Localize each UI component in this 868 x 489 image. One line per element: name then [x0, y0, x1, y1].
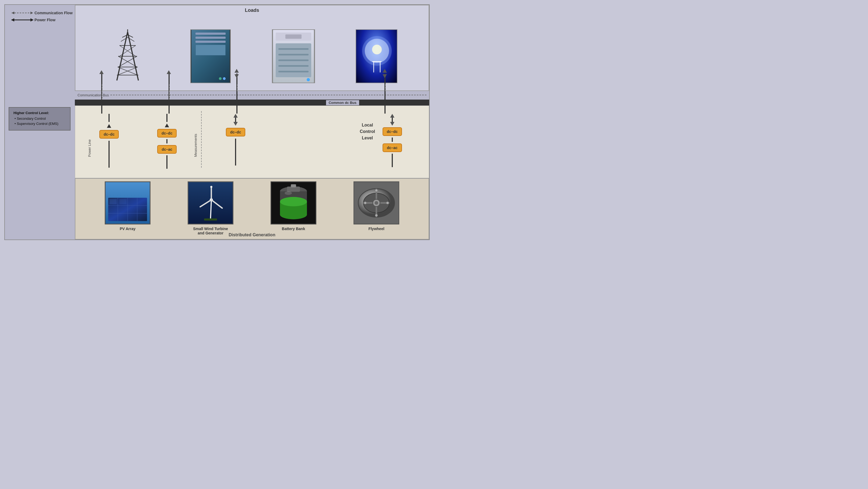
arrow-col2-up [167, 70, 171, 75]
source-img-battery [271, 182, 316, 224]
svg-point-28 [372, 45, 382, 54]
svg-point-57 [280, 210, 307, 219]
svg-marker-32 [234, 122, 238, 126]
svg-line-22 [128, 37, 134, 41]
svg-point-73 [364, 202, 367, 204]
comm-flow-legend: Communication Flow [10, 10, 73, 15]
col2-arrow-up-icon [165, 124, 169, 127]
source-img-wind [188, 182, 234, 224]
pv-label: PV Array [120, 227, 136, 231]
svg-marker-78 [235, 74, 239, 78]
svg-rect-42 [110, 199, 117, 204]
control-item-secondary: • Secondary Control [14, 117, 66, 121]
svg-marker-34 [390, 122, 395, 126]
control-item-supervisory: • Supervisory Control (EMS) [14, 122, 66, 126]
load-img-ac [272, 29, 315, 83]
comm-flow-arrow-icon [10, 10, 34, 15]
higher-control-box: Higher Control Level: • Secondary Contro… [9, 107, 70, 131]
load-img-bulb [355, 29, 397, 83]
comm-bus-label: Communication Bus [78, 93, 109, 97]
dashed-col3 [237, 84, 238, 91]
load-item-bulb [355, 29, 398, 83]
col3-converters: dc–dc [226, 114, 245, 165]
load-item-server [189, 29, 232, 83]
col2-vline-bot [166, 155, 167, 169]
load-img-server [190, 29, 231, 83]
svg-marker-29 [107, 124, 111, 128]
flywheel-icon [354, 182, 399, 224]
svg-point-70 [374, 201, 378, 204]
col1-vline-top [108, 114, 110, 122]
col3-arrow-up-icon [234, 114, 238, 118]
svg-marker-30 [165, 124, 169, 127]
col1-converters: dc–dc [99, 114, 119, 168]
vline-dc-to-middle-col1 [101, 105, 102, 113]
loads-images [75, 13, 429, 86]
dashed-col1 [102, 84, 102, 91]
svg-marker-31 [234, 114, 238, 118]
source-item-pv: PV Array [103, 182, 152, 231]
svg-point-74 [386, 202, 389, 204]
control-box-list: • Secondary Control • Supervisory Contro… [13, 117, 66, 126]
dashed-mid-col2 [169, 91, 169, 100]
legend: Communication Flow Power Flow [10, 10, 73, 24]
svg-marker-2 [11, 11, 14, 14]
svg-marker-79 [382, 69, 387, 73]
vline-dc-to-middle-col4 [384, 105, 385, 113]
arrows-col3-bidirect [235, 69, 239, 78]
middle-section: Power Line Measurements LocalControlLeve… [75, 105, 429, 178]
svg-marker-5 [11, 18, 14, 22]
load-img-tower [112, 29, 144, 83]
col3-vline-bot [235, 139, 236, 165]
battery-bank-icon [271, 182, 315, 224]
dashed-mid-col1 [102, 91, 102, 100]
col4-arrow-down-icon [390, 122, 395, 126]
svg-marker-77 [235, 69, 239, 73]
svg-marker-75 [99, 70, 104, 74]
measurements-line [201, 111, 202, 168]
distributed-gen-label: Distributed Generation [75, 232, 429, 237]
col1-vline-bot [108, 141, 110, 168]
col1-arrow-up-icon [107, 124, 111, 128]
svg-rect-51 [204, 219, 217, 221]
col4-dcdc-converter: dc–dc [382, 127, 402, 136]
loads-section: Loads [75, 5, 429, 91]
dc-bus-bar: Common dc Bus [75, 100, 429, 105]
col4-vline-bot [392, 154, 393, 167]
svg-marker-4 [30, 18, 34, 22]
comm-flow-label: Communication Flow [34, 11, 73, 15]
vline-dc-to-middle-col2 [168, 105, 169, 113]
power-flow-arrow-icon [10, 17, 34, 23]
svg-point-58 [280, 197, 307, 206]
main-container: Communication Flow Power Flow Higher Con… [4, 4, 430, 240]
svg-rect-43 [119, 199, 127, 204]
comm-bus-line [111, 95, 427, 95]
source-img-flywheel [353, 182, 399, 224]
battery-label: Battery Bank [282, 227, 305, 231]
bulb-icon [356, 29, 397, 83]
source-img-pv [105, 182, 151, 224]
col1-dcdc-converter: dc–dc [99, 130, 119, 139]
dashed-col4 [385, 84, 385, 91]
col2-dcac-converter: dc–ac [157, 145, 177, 154]
wind-turbine-icon [188, 182, 232, 224]
sources-section: PV Array [75, 178, 429, 239]
comm-bus-row: Communication Bus [75, 91, 429, 100]
col3-arrow-down-icon [234, 122, 238, 126]
right-area: Loads [75, 5, 429, 239]
load-item-ac [272, 29, 315, 83]
measurements-label: Measurements [193, 114, 197, 157]
local-control-label: LocalControlLevel [360, 122, 375, 141]
svg-marker-76 [167, 70, 171, 74]
sources-row: PV Array [75, 179, 429, 235]
arrow-col1-up [99, 70, 104, 75]
power-flow-legend: Power Flow [10, 17, 73, 23]
source-item-battery: Battery Bank [269, 182, 318, 231]
col2-vline-mid [166, 139, 167, 143]
col3-dcdc-converter: dc–dc [226, 128, 245, 136]
col4-converters: dc–dc dc–ac [382, 114, 402, 167]
dc-bus-label: Common dc Bus [326, 100, 359, 105]
power-line-label: Power Line [88, 114, 92, 157]
source-item-wind: Small Wind Turbine and Generator [186, 182, 235, 235]
col2-vline-top [166, 114, 167, 122]
